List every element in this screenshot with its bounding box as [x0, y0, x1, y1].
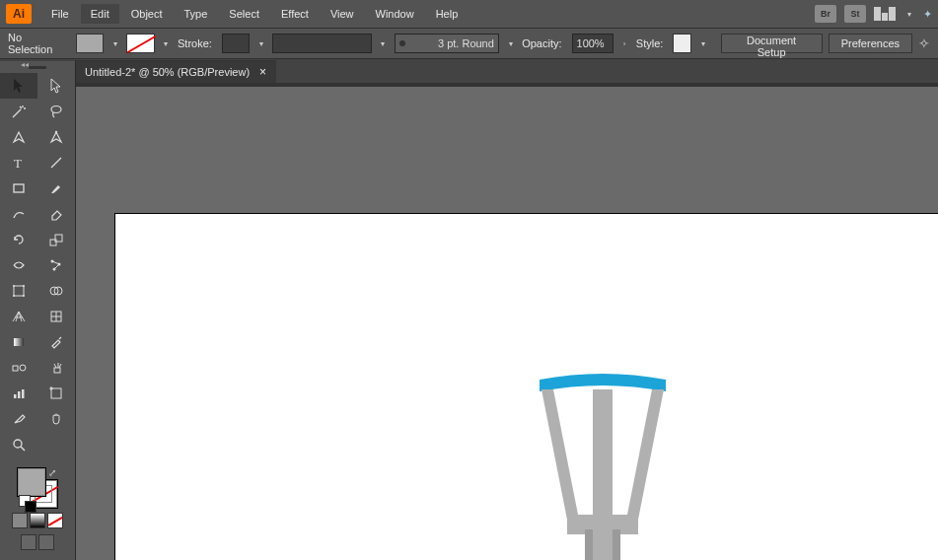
color-mode-icon[interactable]: [12, 513, 28, 528]
svg-point-16: [13, 285, 15, 287]
paintbrush-tool[interactable]: [37, 175, 75, 201]
symbol-sprayer-tool[interactable]: [37, 355, 75, 381]
svg-point-19: [23, 295, 25, 297]
document-tab[interactable]: Untitled-2* @ 50% (RGB/Preview) ×: [75, 60, 276, 83]
tools-panel: T ⤢: [0, 61, 76, 560]
menu-help[interactable]: Help: [426, 4, 469, 24]
align-pixel-grid-icon[interactable]: ✧: [918, 35, 930, 51]
style-swatch[interactable]: [673, 34, 691, 53]
opacity-input[interactable]: [572, 34, 613, 53]
color-controls: ⤢: [0, 457, 75, 556]
menu-view[interactable]: View: [321, 4, 364, 24]
menu-file[interactable]: File: [41, 4, 79, 24]
artboard-tool[interactable]: [37, 381, 75, 406]
gpu-preview-icon[interactable]: ✦: [923, 8, 932, 21]
direct-selection-tool[interactable]: [37, 73, 75, 99]
fill-swatch[interactable]: [76, 34, 104, 53]
variable-width-profile[interactable]: [272, 34, 371, 53]
line-segment-tool[interactable]: [37, 150, 75, 175]
menu-effect[interactable]: Effect: [271, 4, 319, 24]
svg-marker-1: [626, 389, 664, 520]
shape-builder-tool[interactable]: [37, 278, 75, 304]
type-tool[interactable]: T: [0, 150, 37, 175]
rectangle-tool[interactable]: [0, 175, 37, 201]
svg-marker-0: [541, 389, 579, 520]
stroke-weight-input[interactable]: [222, 34, 250, 53]
column-graph-tool[interactable]: [0, 381, 37, 406]
lasso-tool[interactable]: [37, 99, 75, 124]
svg-rect-26: [13, 366, 18, 371]
svg-point-6: [55, 131, 57, 133]
svg-rect-32: [51, 388, 61, 398]
menu-object[interactable]: Object: [121, 4, 173, 24]
document-setup-button[interactable]: Document Setup: [721, 34, 823, 53]
style-dropdown-icon[interactable]: ▾: [697, 35, 708, 51]
bridge-badge-icon[interactable]: Br: [815, 5, 836, 23]
gradient-mode-icon[interactable]: [30, 513, 45, 528]
menu-bar: Ai File Edit Object Type Select Effect V…: [0, 0, 938, 28]
svg-rect-15: [14, 286, 24, 296]
width-tool[interactable]: [0, 252, 37, 278]
gradient-tool[interactable]: [0, 329, 37, 355]
menu-window[interactable]: Window: [366, 4, 424, 24]
tools-grip[interactable]: [0, 61, 75, 73]
scale-tool[interactable]: [37, 227, 75, 252]
menu-type[interactable]: Type: [175, 4, 218, 24]
selection-tool[interactable]: [0, 73, 37, 99]
canvas-area[interactable]: [75, 87, 938, 560]
svg-rect-28: [54, 368, 60, 373]
arrange-documents-icon[interactable]: [874, 7, 896, 21]
menu-edit[interactable]: Edit: [81, 4, 119, 24]
brush-dot-icon: [399, 40, 405, 46]
selection-status: No Selection: [8, 32, 66, 55]
close-tab-icon[interactable]: ×: [259, 65, 266, 79]
perspective-grid-tool[interactable]: [0, 304, 37, 329]
opacity-dropdown-icon[interactable]: ›: [619, 35, 630, 51]
svg-text:T: T: [14, 156, 22, 171]
stock-badge-icon[interactable]: St: [844, 5, 866, 23]
curvature-tool[interactable]: [37, 124, 75, 150]
artwork-crutch[interactable]: [534, 372, 672, 560]
none-mode-icon[interactable]: [47, 513, 63, 528]
app-logo: Ai: [6, 4, 32, 24]
pen-tool[interactable]: [0, 124, 37, 150]
document-tab-title: Untitled-2* @ 50% (RGB/Preview): [85, 66, 250, 78]
fill-dropdown-icon[interactable]: ▾: [109, 35, 120, 51]
preferences-button[interactable]: Preferences: [829, 34, 912, 53]
eyedropper-tool[interactable]: [37, 329, 75, 355]
shaper-tool[interactable]: [0, 201, 37, 227]
stroke-weight-dropdown-icon[interactable]: ▾: [255, 35, 266, 51]
opacity-label: Opacity:: [522, 37, 561, 49]
puppet-warp-tool[interactable]: [37, 252, 75, 278]
svg-rect-30: [18, 391, 21, 398]
svg-point-27: [20, 365, 26, 371]
brush-dropdown-icon[interactable]: ▾: [505, 35, 516, 51]
blend-tool[interactable]: [0, 355, 37, 381]
full-screen-icon[interactable]: [38, 534, 54, 550]
svg-rect-29: [14, 394, 17, 398]
hand-tool[interactable]: [37, 406, 75, 432]
eraser-tool[interactable]: [37, 201, 75, 227]
svg-rect-31: [22, 389, 25, 398]
svg-rect-25: [14, 338, 24, 346]
normal-screen-icon[interactable]: [21, 534, 36, 550]
free-transform-tool[interactable]: [0, 278, 37, 304]
magic-wand-tool[interactable]: [0, 99, 37, 124]
vw-dropdown-icon[interactable]: ▾: [378, 35, 389, 51]
slice-tool[interactable]: [0, 406, 37, 432]
fill-color-icon[interactable]: [17, 467, 46, 497]
swap-fill-stroke-icon[interactable]: ⤢: [48, 467, 56, 478]
svg-point-5: [51, 106, 61, 113]
artboard[interactable]: [114, 213, 938, 560]
arrange-dropdown-icon[interactable]: ▾: [903, 6, 915, 22]
svg-point-17: [23, 285, 25, 287]
brush-definition[interactable]: 3 pt. Round: [438, 37, 494, 49]
menu-select[interactable]: Select: [219, 4, 269, 24]
rotate-tool[interactable]: [0, 227, 37, 252]
mesh-tool[interactable]: [37, 304, 75, 329]
zoom-tool[interactable]: [0, 432, 37, 457]
document-tab-strip: Untitled-2* @ 50% (RGB/Preview) ×: [0, 59, 938, 83]
svg-rect-4: [593, 389, 613, 560]
stroke-swatch[interactable]: [126, 34, 154, 53]
stroke-dropdown-icon[interactable]: ▾: [161, 35, 172, 51]
